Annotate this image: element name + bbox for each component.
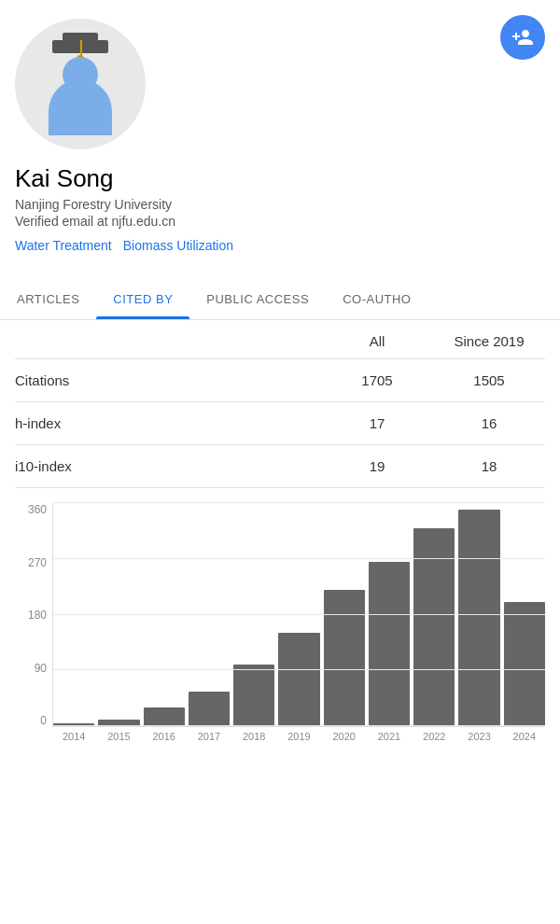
chart-y-axis: 360270180900 <box>15 503 52 727</box>
interest-biomass-utilization[interactable]: Biomass Utilization <box>123 238 233 253</box>
chart-bar <box>504 602 545 726</box>
x-axis-label: 2022 <box>413 731 455 742</box>
graduation-cap <box>52 33 108 59</box>
stats-row-citations: Citations 1705 1505 <box>15 359 545 402</box>
stats-row-i10index: i10-index 19 18 <box>15 445 545 488</box>
stat-citations-all: 1705 <box>321 372 433 388</box>
y-axis-label: 360 <box>28 503 47 516</box>
y-axis-label: 90 <box>35 662 47 675</box>
stat-i10index-all: 19 <box>321 458 433 474</box>
stat-citations-since: 1505 <box>433 372 545 388</box>
x-axis-label: 2015 <box>98 731 139 742</box>
chart-bar <box>278 633 319 726</box>
research-interests: Water Treatment Biomass Utilization <box>15 238 545 253</box>
x-axis-label: 2023 <box>458 731 499 742</box>
x-axis-label: 2016 <box>144 731 185 742</box>
chart-bar <box>324 590 365 726</box>
person-add-icon <box>511 26 534 49</box>
chart-wrapper: 360270180900 <box>15 503 545 727</box>
add-author-button[interactable] <box>500 15 545 60</box>
chart-bar <box>458 510 499 726</box>
chart-bars-area <box>52 503 545 727</box>
stat-hindex-label: h-index <box>15 415 321 431</box>
stats-col-all: All <box>321 333 433 349</box>
x-axis-label: 2017 <box>189 731 230 742</box>
author-email: Verified email at njfu.edu.cn <box>15 214 545 229</box>
chart-bar <box>98 720 139 726</box>
stats-col-label <box>15 333 321 349</box>
stat-hindex-all: 17 <box>321 415 433 431</box>
tab-public-access[interactable]: PUBLIC ACCESS <box>189 279 326 319</box>
stat-citations-label: Citations <box>15 372 321 388</box>
chart-grid-line <box>53 502 545 503</box>
x-axis-label: 2024 <box>504 731 545 742</box>
y-axis-label: 270 <box>28 556 47 569</box>
chart-section: 360270180900 201420152016201720182019202… <box>0 488 560 742</box>
tab-articles[interactable]: ARTICLES <box>0 279 96 319</box>
chart-bar <box>53 723 94 726</box>
x-axis-label: 2018 <box>233 731 274 742</box>
avatar-figure <box>34 33 127 135</box>
x-axis-label: 2019 <box>278 731 319 742</box>
stats-row-hindex: h-index 17 16 <box>15 402 545 445</box>
y-axis-label: 180 <box>28 609 47 622</box>
tab-cited-by[interactable]: CITED BY <box>96 279 189 319</box>
chart-bar <box>369 562 410 726</box>
profile-section: Kai Song Nanjing Forestry University Ver… <box>0 0 560 272</box>
x-axis-label: 2020 <box>324 731 365 742</box>
chart-x-axis: 2014201520162017201820192020202120222023… <box>15 731 545 742</box>
chart-bar <box>144 707 185 726</box>
stat-i10index-label: i10-index <box>15 458 321 474</box>
chart-bar <box>413 528 455 726</box>
x-axis-label: 2021 <box>369 731 410 742</box>
tabs-container: ARTICLES CITED BY PUBLIC ACCESS CO-AUTHO <box>0 279 560 320</box>
tab-co-authors[interactable]: CO-AUTHO <box>326 279 427 319</box>
stat-hindex-since: 16 <box>433 415 545 431</box>
chart-bar <box>189 692 230 726</box>
stats-col-since: Since 2019 <box>433 333 545 349</box>
stats-section: All Since 2019 Citations 1705 1505 h-ind… <box>0 320 560 488</box>
avatar <box>15 19 146 149</box>
chart-bar <box>233 665 274 726</box>
stat-i10index-since: 18 <box>433 458 545 474</box>
interest-water-treatment[interactable]: Water Treatment <box>15 238 112 253</box>
y-axis-label: 0 <box>40 714 47 727</box>
author-affiliation: Nanjing Forestry University <box>15 197 545 212</box>
author-name: Kai Song <box>15 164 545 193</box>
avatar-body <box>49 79 112 135</box>
stats-header: All Since 2019 <box>15 320 545 359</box>
x-axis-label: 2014 <box>53 731 94 742</box>
